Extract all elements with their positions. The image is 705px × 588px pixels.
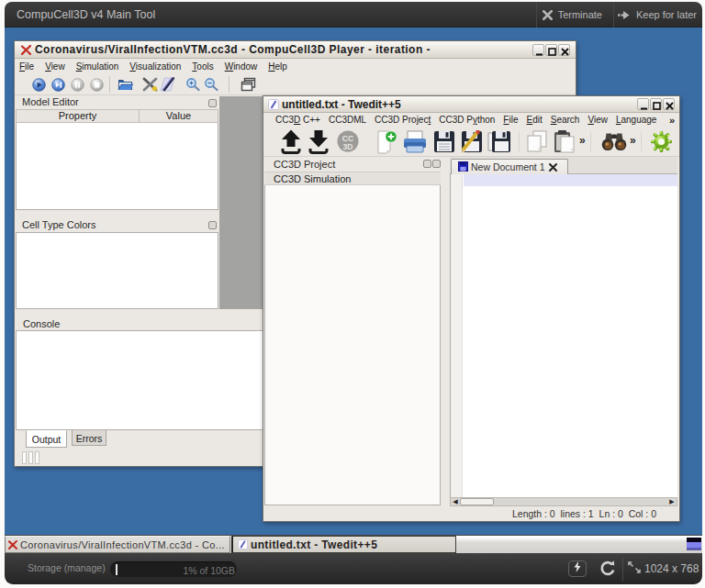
svg-text:3D: 3D: [343, 142, 353, 151]
